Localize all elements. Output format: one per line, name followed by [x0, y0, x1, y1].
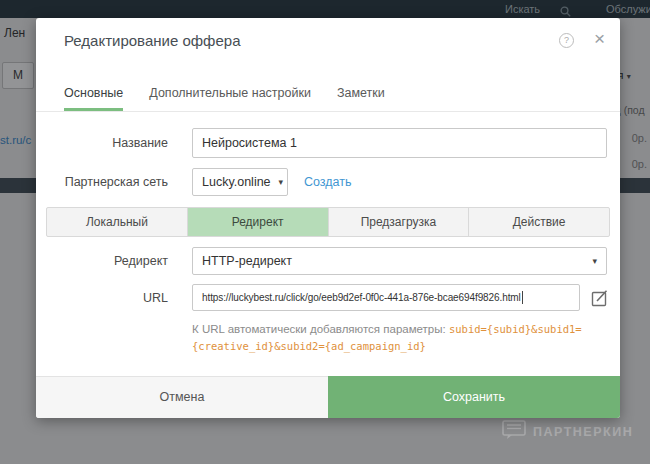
- text-cursor: [522, 291, 523, 304]
- url-params-hint: К URL автоматически добавляются параметр…: [192, 321, 624, 355]
- edit-url-icon[interactable]: [590, 288, 610, 308]
- segment-action[interactable]: Действие: [469, 208, 609, 236]
- save-button[interactable]: Сохранить: [328, 376, 620, 418]
- network-select-value: Lucky.online: [202, 175, 271, 189]
- offer-type-segmented-control: Локальный Редирект Предзагрузка Действие: [46, 207, 610, 237]
- network-select[interactable]: Lucky.online ▾: [192, 168, 288, 196]
- watermark: ПАРТНЕРКИН: [502, 420, 633, 444]
- tabs-divider: [36, 111, 620, 112]
- watermark-text: ПАРТНЕРКИН: [533, 425, 633, 439]
- hint-code-line1: subid={subid}&subid1=: [449, 323, 582, 335]
- dialog-footer: Отмена Сохранить: [36, 376, 620, 418]
- segment-preload[interactable]: Предзагрузка: [329, 208, 470, 236]
- url-field-label: URL: [36, 291, 168, 305]
- url-input-value: https://luckybest.ru/click/go/eeb9d2ef-0…: [202, 292, 521, 303]
- tab-main[interactable]: Основные: [64, 86, 123, 111]
- network-field-label: Партнерская сеть: [36, 175, 168, 189]
- dialog-tabs: Основные Дополнительные настройки Заметк…: [64, 86, 385, 111]
- cancel-button[interactable]: Отмена: [36, 376, 328, 418]
- chevron-down-icon: ▾: [592, 256, 597, 266]
- segment-redirect[interactable]: Редирект: [188, 208, 329, 236]
- chevron-down-icon: ▾: [279, 177, 284, 187]
- redirect-field-label: Редирект: [36, 254, 168, 268]
- segment-local[interactable]: Локальный: [47, 208, 188, 236]
- url-input[interactable]: https://luckybest.ru/click/go/eeb9d2ef-0…: [192, 284, 580, 311]
- hint-text: К URL автоматически добавляются параметр…: [192, 323, 446, 335]
- edit-offer-dialog: Редактирование оффера ? × Основные Допол…: [36, 18, 620, 418]
- name-field-label: Название: [36, 136, 168, 150]
- dialog-title: Редактирование оффера: [64, 18, 240, 64]
- help-icon[interactable]: ?: [559, 33, 574, 48]
- redirect-select-value: HTTP-редирект: [202, 254, 292, 268]
- tab-advanced-settings[interactable]: Дополнительные настройки: [149, 86, 311, 111]
- close-icon[interactable]: ×: [594, 28, 605, 50]
- redirect-type-select[interactable]: HTTP-редирект ▾: [192, 247, 607, 275]
- name-input[interactable]: Нейросистема 1: [192, 128, 607, 158]
- hint-code-line2: {creative_id}&subid2={ad_campaign_id}: [192, 340, 426, 352]
- create-network-link[interactable]: Создать: [304, 175, 352, 189]
- tab-notes[interactable]: Заметки: [337, 86, 385, 111]
- monitor-icon: [502, 420, 526, 444]
